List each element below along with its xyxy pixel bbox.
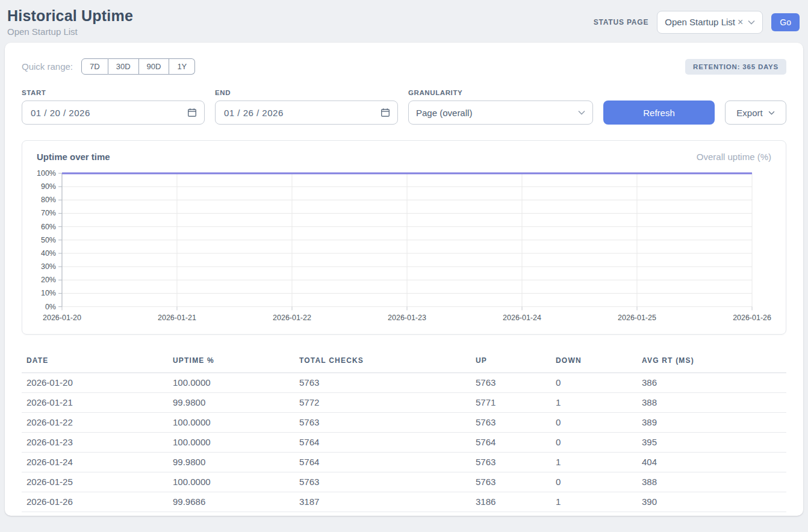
header-actions: STATUS PAGE Open Startup List × Go [594, 11, 800, 34]
table-row: 2026-01-2499.9800576457631404 [22, 452, 786, 472]
granularity-select[interactable]: Page (overall) [408, 101, 593, 125]
table-header-cell: TOTAL CHECKS [294, 351, 471, 373]
svg-text:2026-01-26: 2026-01-26 [733, 314, 771, 322]
table-cell: 100.0000 [168, 472, 294, 492]
table-cell: 3187 [294, 492, 471, 512]
end-date-field: END [215, 89, 398, 125]
export-button-label: Export [736, 108, 762, 118]
table-cell: 0 [551, 373, 637, 392]
table-row: 2026-01-23100.0000576457640395 [22, 432, 786, 452]
table-cell: 2026-01-22 [22, 412, 168, 432]
table-cell: 5764 [294, 432, 471, 452]
uptime-line-chart: 0%10%20%30%40%50%60%70%80%90%100%2026-01… [37, 168, 771, 326]
retention-badge: RETENTION: 365 DAYS [685, 59, 786, 75]
svg-text:2026-01-24: 2026-01-24 [503, 314, 541, 322]
uptime-table: DATEUPTIME %TOTAL CHECKSUPDOWNAVG RT (MS… [22, 351, 786, 512]
clear-icon[interactable]: × [738, 17, 743, 27]
chart-y-axis: 0%10%20%30%40%50%60%70%80%90%100% [37, 169, 62, 311]
start-date-input[interactable] [30, 107, 152, 119]
table-header-cell: DATE [22, 351, 168, 373]
table-cell: 100.0000 [168, 373, 294, 392]
table-cell: 5763 [471, 452, 551, 472]
table-header-cell: UP [471, 351, 551, 373]
chart-x-axis: 2026-01-202026-01-212026-01-222026-01-23… [43, 307, 771, 322]
table-header-row: DATEUPTIME %TOTAL CHECKSUPDOWNAVG RT (MS… [22, 351, 786, 373]
table-cell: 389 [637, 412, 786, 432]
table-cell: 1 [551, 392, 637, 412]
table-cell: 2026-01-26 [22, 492, 168, 512]
quick-range-button-1y[interactable]: 1Y [169, 58, 195, 75]
start-date-input-wrap [22, 101, 205, 125]
table-cell: 390 [637, 492, 786, 512]
table-cell: 5764 [471, 432, 551, 452]
page-header: Historical Uptime Open Startup List STAT… [0, 0, 808, 43]
calendar-icon[interactable] [187, 108, 197, 117]
quick-range-button-90d[interactable]: 90D [139, 58, 170, 75]
table-cell: 386 [637, 373, 786, 392]
chart-header: Uptime over time Overall uptime (%) [37, 152, 771, 162]
table-cell: 2026-01-20 [22, 373, 168, 392]
table-cell: 3186 [471, 492, 551, 512]
svg-text:50%: 50% [41, 236, 56, 244]
uptime-chart-card: Uptime over time Overall uptime (%) 0%10… [22, 140, 786, 335]
go-button[interactable]: Go [771, 13, 800, 31]
uptime-table-wrap: DATEUPTIME %TOTAL CHECKSUPDOWNAVG RT (MS… [22, 351, 786, 512]
table-row: 2026-01-2699.9686318731861390 [22, 492, 786, 512]
quick-range-label: Quick range: [22, 61, 73, 72]
table-cell: 99.9800 [168, 452, 294, 472]
table-cell: 100.0000 [168, 412, 294, 432]
filters-row: START END GRANULARITY Page (overall) [22, 89, 786, 125]
end-label: END [215, 89, 398, 96]
svg-text:40%: 40% [41, 249, 56, 258]
quick-range-button-7d[interactable]: 7D [81, 58, 108, 75]
table-cell: 5763 [294, 472, 471, 492]
chevron-down-icon [748, 20, 755, 25]
refresh-button[interactable]: Refresh [603, 101, 715, 125]
svg-text:60%: 60% [41, 223, 56, 231]
table-cell: 5763 [294, 373, 471, 392]
quick-range-group-wrap: Quick range: 7D30D90D1Y [22, 58, 195, 75]
table-header-cell: DOWN [551, 351, 637, 373]
table-cell: 2026-01-23 [22, 432, 168, 452]
table-cell: 5763 [471, 412, 551, 432]
granularity-value: Page (overall) [416, 108, 472, 118]
quick-range-button-30d[interactable]: 30D [108, 58, 139, 75]
table-cell: 5763 [294, 412, 471, 432]
table-row: 2026-01-22100.0000576357630389 [22, 412, 786, 432]
svg-text:2026-01-20: 2026-01-20 [43, 314, 81, 322]
main-panel: Quick range: 7D30D90D1Y RETENTION: 365 D… [5, 43, 803, 516]
svg-text:2026-01-25: 2026-01-25 [618, 314, 656, 322]
quick-range-group: 7D30D90D1Y [81, 58, 195, 75]
start-label: START [22, 89, 205, 96]
svg-text:0%: 0% [45, 303, 56, 311]
calendar-icon[interactable] [381, 108, 390, 117]
table-row: 2026-01-20100.0000576357630386 [22, 373, 786, 392]
table-cell: 5763 [471, 373, 551, 392]
end-date-input-wrap [215, 101, 398, 125]
quick-range-row: Quick range: 7D30D90D1Y RETENTION: 365 D… [22, 58, 786, 75]
svg-text:20%: 20% [41, 276, 56, 284]
table-cell: 2026-01-21 [22, 392, 168, 412]
table-cell: 2026-01-25 [22, 472, 168, 492]
table-cell: 0 [551, 432, 637, 452]
chart-legend: Overall uptime (%) [697, 152, 771, 162]
svg-text:30%: 30% [41, 262, 56, 271]
table-header-cell: AVG RT (MS) [637, 351, 786, 373]
chevron-down-icon [578, 110, 585, 115]
table-cell: 5764 [294, 452, 471, 472]
table-cell: 404 [637, 452, 786, 472]
end-date-input[interactable] [223, 107, 346, 119]
granularity-field: GRANULARITY Page (overall) [408, 89, 593, 125]
start-date-field: START [22, 89, 205, 125]
page: Historical Uptime Open Startup List STAT… [0, 0, 808, 532]
export-button[interactable]: Export [725, 101, 786, 125]
svg-text:2026-01-23: 2026-01-23 [388, 314, 426, 322]
svg-text:100%: 100% [37, 169, 56, 178]
table-cell: 5771 [471, 392, 551, 412]
table-cell: 5772 [294, 392, 471, 412]
chevron-down-icon [768, 111, 775, 115]
table-cell: 0 [551, 472, 637, 492]
table-cell: 395 [637, 432, 786, 452]
status-page-select[interactable]: Open Startup List × [657, 11, 763, 34]
table-cell: 388 [637, 392, 786, 412]
